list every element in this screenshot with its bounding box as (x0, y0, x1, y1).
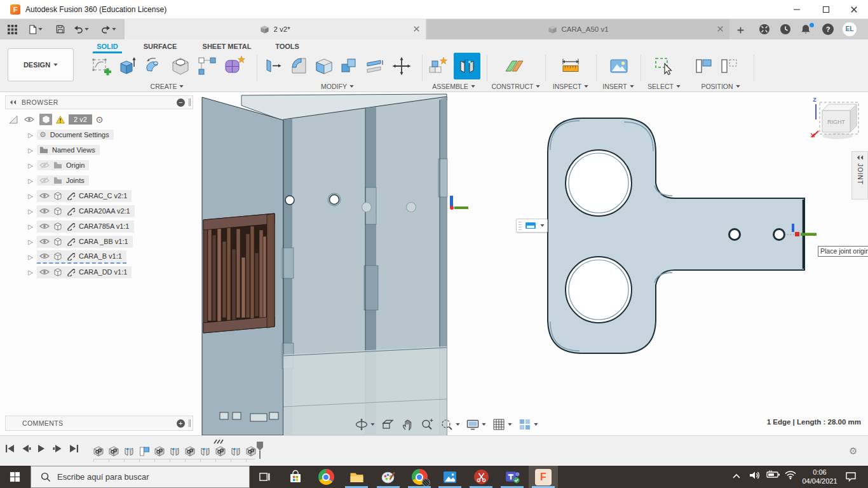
new-component-button[interactable] (426, 55, 449, 78)
expand-arrow-icon[interactable]: ▷ (27, 269, 34, 276)
visibility-off-icon[interactable] (39, 177, 50, 184)
display-caret-icon[interactable] (482, 423, 486, 426)
taskbar-app-chrome[interactable] (311, 466, 341, 488)
browser-row-component[interactable]: ▷ CARA20AA v2:1 (5, 203, 193, 219)
timeline-playhead[interactable] (256, 441, 264, 460)
ribbon-tab-surface[interactable]: SURFACE (141, 43, 179, 50)
timeline-feature-joint[interactable] (229, 445, 242, 458)
view-cube[interactable]: RIGHT Z (806, 94, 868, 147)
timeline-feature-joint[interactable] (123, 445, 135, 458)
visibility-eye-icon[interactable] (39, 253, 50, 259)
select-tool-button[interactable] (652, 55, 675, 78)
taskbar-app-store[interactable] (281, 466, 310, 488)
comments-bar[interactable]: COMMENTS + (5, 416, 193, 431)
row-chip[interactable]: Named Views (37, 145, 100, 155)
tray-volume-icon[interactable] (749, 470, 763, 480)
browser-row-component[interactable]: ▷ CARA785A v1:1 (5, 219, 193, 234)
expand-arrow-icon[interactable]: ▷ (27, 238, 34, 245)
measure-button[interactable] (559, 55, 582, 78)
combine-button[interactable] (338, 55, 361, 78)
expand-panel-icon[interactable] (857, 155, 864, 160)
save-button[interactable] (53, 23, 67, 36)
group-select[interactable]: SELECT (641, 82, 688, 90)
expand-arrow-icon[interactable]: ▷ (27, 208, 34, 215)
shell-button[interactable] (313, 55, 336, 78)
taskbar-app-chrome-profile[interactable] (405, 466, 434, 488)
row-chip[interactable]: CARA_DD v1:1 (37, 266, 132, 278)
pattern-button[interactable] (196, 55, 219, 78)
app-grid-icon[interactable] (5, 23, 19, 36)
visibility-eye-icon[interactable] (39, 208, 50, 214)
visibility-eye-icon[interactable] (39, 193, 50, 199)
browser-row-named-views[interactable]: ▷ Named Views (5, 142, 193, 158)
timeline-settings-gear-icon[interactable]: ⚙ (849, 445, 857, 457)
joint-tool-button-active[interactable] (454, 53, 480, 79)
document-tab-inactive[interactable]: CARA_A50 v1 (427, 19, 729, 39)
construction-plane-button[interactable] (503, 55, 526, 78)
pan-icon[interactable] (400, 417, 414, 431)
fit-icon[interactable] (440, 417, 454, 431)
new-document-tab-button[interactable] (733, 24, 747, 36)
create-form-button[interactable] (222, 55, 245, 78)
row-chip[interactable]: CARA _BB v1:1 (37, 236, 133, 248)
undo-caret-icon[interactable] (83, 23, 90, 36)
group-modify[interactable]: MODIFY (262, 82, 413, 90)
group-assemble[interactable]: ASSEMBLE (422, 82, 485, 90)
job-status-icon[interactable] (780, 24, 791, 35)
browser-row-origin[interactable]: ▷ Origin (5, 158, 193, 173)
3d-scene[interactable] (197, 92, 868, 435)
browser-row-joints[interactable]: ▷ Joints (5, 173, 193, 188)
timeline-step-forward-button[interactable] (53, 444, 67, 457)
row-chip[interactable]: CARA785A v1:1 (37, 220, 134, 233)
insert-image-button[interactable] (607, 55, 630, 78)
look-at-icon[interactable] (381, 417, 395, 431)
revert-position-button[interactable] (718, 55, 741, 78)
timeline-play-button[interactable] (37, 444, 51, 457)
view-cube-face-label[interactable]: RIGHT (827, 119, 846, 125)
fit-caret-icon[interactable] (456, 423, 460, 426)
viewport-canvas[interactable]: RIGHT Z JOINT Place joint origin (0, 92, 868, 435)
visibility-eye-icon[interactable] (24, 116, 34, 123)
revolve-button[interactable] (142, 55, 165, 78)
timeline-feature-link[interactable] (184, 445, 196, 458)
root-expand-icon[interactable] (9, 115, 18, 124)
task-view-button[interactable] (250, 466, 279, 488)
visibility-eye-icon[interactable] (39, 238, 50, 245)
start-button[interactable] (0, 466, 29, 488)
tab-close-icon[interactable] (413, 25, 421, 33)
taskbar-app-paint-3d[interactable] (374, 466, 403, 488)
row-chip[interactable]: Joints (37, 175, 89, 186)
ribbon-tab-sheet-metal[interactable]: SHEET METAL (202, 43, 252, 50)
viewports-icon[interactable] (518, 417, 532, 431)
orbit-caret-icon[interactable] (370, 423, 375, 426)
timeline-step-back-button[interactable] (21, 444, 35, 457)
joint-dialog-collapsed[interactable]: JOINT (851, 151, 868, 200)
warning-icon[interactable] (56, 116, 65, 124)
document-tab-active[interactable]: 2 v2* (125, 19, 426, 39)
visibility-eye-icon[interactable] (39, 269, 50, 275)
snap-mode-icon[interactable] (525, 221, 538, 231)
browser-row-component[interactable]: ▷ CARAC_C v2:1 (5, 188, 193, 203)
ribbon-tab-solid[interactable]: SOLID (93, 43, 122, 50)
timeline-feature-joint[interactable] (168, 445, 181, 458)
extensions-icon[interactable] (759, 24, 770, 35)
orbit-icon[interactable] (355, 417, 369, 431)
joint-snap-mini-toolbar[interactable] (516, 219, 548, 233)
fillet-button[interactable] (287, 55, 310, 78)
add-comment-icon[interactable]: + (177, 419, 185, 428)
component-icon[interactable] (39, 114, 52, 125)
search-input[interactable] (57, 472, 235, 482)
redo-caret-icon[interactable] (111, 23, 117, 36)
taskbar-app-fusion-360-active[interactable]: F (529, 466, 558, 488)
tray-wifi-icon[interactable] (784, 470, 798, 480)
press-pull-button[interactable] (262, 55, 285, 78)
file-menu-caret-icon[interactable] (37, 23, 43, 36)
row-chip[interactable]: Origin (37, 160, 89, 170)
timeline-feature-joint[interactable] (199, 445, 212, 458)
action-center-icon[interactable] (845, 471, 859, 481)
account-avatar[interactable]: EL (843, 22, 857, 36)
row-chip[interactable]: CARA_B v1:1 (37, 250, 126, 264)
viewports-caret-icon[interactable] (534, 423, 538, 426)
browser-row-component[interactable]: ▷ CARA_DD v1:1 (5, 264, 193, 280)
ribbon-tab-tools[interactable]: TOOLS (273, 43, 301, 50)
